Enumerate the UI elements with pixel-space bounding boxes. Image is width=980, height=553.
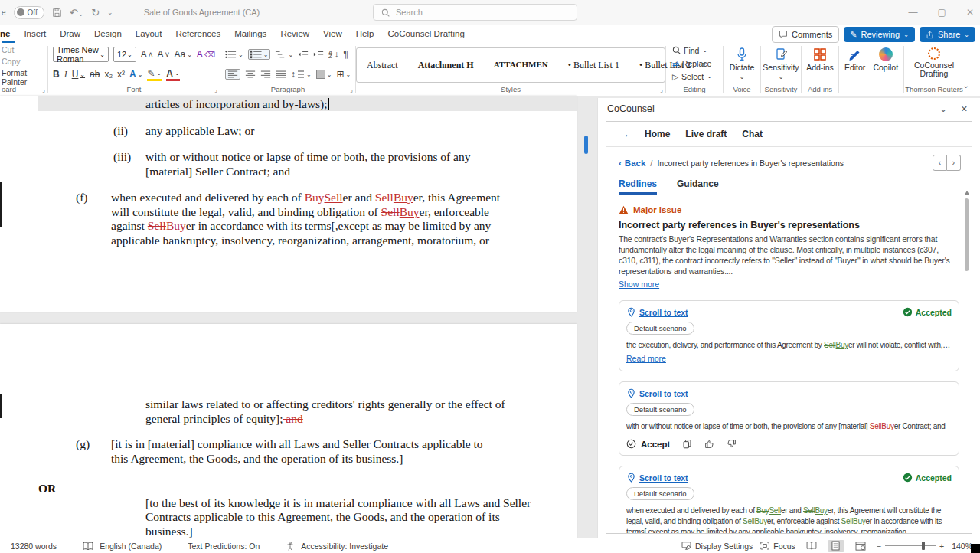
panel-scrollbar[interactable] [964, 191, 970, 530]
minimize-icon[interactable]: — [909, 7, 918, 18]
redo-icon[interactable]: ↻ [91, 7, 100, 18]
change-case-icon[interactable]: Aa⌄ [174, 49, 191, 60]
clipboard-dialog-launcher[interactable]: ⌟ [42, 87, 45, 93]
underline-button[interactable]: U⌄ [72, 69, 85, 80]
sort-icon[interactable]: AZ↓ [328, 49, 338, 60]
panel-nav-live-draft[interactable]: Live draft [685, 129, 727, 139]
panel-tab-guidance[interactable]: Guidance [677, 178, 719, 195]
zoom-slider[interactable]: − + [877, 542, 944, 551]
ribbon-tab-mailings[interactable]: Mailings [227, 25, 273, 43]
format-painter-button[interactable]: Format Painter [0, 66, 47, 87]
text-effects-icon[interactable]: A⌄ [129, 69, 142, 80]
zoom-in-icon[interactable]: + [939, 542, 944, 551]
cut-button[interactable]: Cut [0, 43, 47, 54]
save-icon[interactable] [52, 8, 62, 18]
ribbon-tab-cocounsel-drafting[interactable]: CoCounsel Drafting [381, 25, 471, 43]
highlight-color-icon[interactable]: ✎⌄ [147, 68, 162, 81]
subscript-button[interactable]: x₂ [104, 69, 113, 80]
language-status[interactable]: English (Canada) [100, 542, 162, 551]
undo-icon[interactable]: ↶⌄ [70, 7, 83, 18]
cocounsel-drafting-button[interactable]: CoCounsel Drafting [904, 43, 964, 78]
shrink-font-icon[interactable]: A˅ [158, 49, 170, 60]
multilevel-list-icon[interactable]: ⌄ [275, 50, 293, 59]
align-right-icon[interactable] [260, 70, 271, 79]
back-link[interactable]: ‹ Back [619, 159, 645, 168]
panel-tab-redlines[interactable]: Redlines [619, 178, 657, 195]
font-dialog-launcher[interactable]: ⌟ [214, 87, 217, 93]
restore-icon[interactable]: ▢ [938, 7, 946, 18]
ribbon-tab-design[interactable]: Design [87, 25, 129, 43]
collapse-ribbon-icon[interactable]: ⌄ [963, 81, 969, 90]
proofing-icon[interactable] [83, 542, 93, 551]
ribbon-tab-references[interactable]: References [168, 25, 227, 43]
panel-collapse-handle[interactable] [584, 136, 588, 154]
autosave-toggle[interactable]: Off [14, 6, 44, 19]
replace-button[interactable]: ⇄ Replace [672, 57, 723, 69]
select-button[interactable]: ▷ Select⌄ [672, 70, 723, 82]
prev-issue-button[interactable]: ‹ [933, 155, 947, 171]
share-button[interactable]: Share⌄ [920, 27, 975, 42]
qat-customize-icon[interactable]: ⌄ [107, 8, 113, 16]
read-mode-icon[interactable] [803, 540, 820, 552]
zoom-level[interactable]: 140% [952, 542, 972, 551]
styles-dialog-launcher[interactable]: ⌟ [660, 87, 663, 93]
shading-icon[interactable]: ⌄ [316, 70, 332, 79]
search-input[interactable]: Search [373, 4, 577, 21]
sensitivity-button[interactable]: Sensitivity⌄ [761, 43, 801, 80]
font-size-select[interactable]: 12⌄ [113, 47, 136, 62]
pilcrow-icon[interactable]: ¶ [343, 49, 348, 60]
reviewing-button[interactable]: ✎ Reviewing⌄ [844, 27, 915, 42]
scrollbar-thumb[interactable] [965, 198, 969, 271]
paragraph-dialog-launcher[interactable]: ⌟ [350, 87, 353, 93]
read-more-link[interactable]: Read more [626, 354, 666, 363]
editor-button[interactable]: Editor [844, 43, 865, 72]
scroll-up-icon[interactable] [965, 191, 969, 195]
justify-icon[interactable] [276, 70, 286, 79]
scroll-to-text-link[interactable]: Scroll to text [626, 388, 688, 398]
copilot-button[interactable]: Copilot [873, 43, 898, 72]
align-left-icon[interactable] [225, 69, 240, 80]
font-name-select[interactable]: Times New Roman⌄ [53, 47, 109, 62]
panel-close-icon[interactable]: ✕ [961, 104, 968, 114]
bullets-icon[interactable]: ⌄ [225, 50, 243, 59]
decrease-indent-icon[interactable] [298, 50, 309, 59]
scroll-to-text-link[interactable]: Scroll to text [626, 473, 688, 483]
ribbon-tab-view[interactable]: View [316, 25, 349, 43]
print-layout-icon[interactable] [828, 540, 844, 552]
panel-collapse-icon[interactable]: ⌄ [940, 104, 947, 114]
thumbs-down-icon[interactable] [727, 439, 737, 449]
focus-button[interactable]: Focus [760, 542, 795, 551]
copy-icon[interactable] [682, 439, 692, 449]
display-settings-button[interactable]: Display Settings [681, 542, 753, 551]
superscript-button[interactable]: x² [117, 69, 125, 80]
comments-button[interactable]: Comments [772, 26, 839, 43]
ribbon-tab-insert[interactable]: Insert [17, 25, 53, 43]
ribbon-tab-review[interactable]: Review [273, 25, 316, 43]
ribbon-tab-help[interactable]: Help [349, 25, 381, 43]
font-color-icon[interactable]: A⌄ [166, 68, 179, 81]
strikethrough-button[interactable]: ab [90, 69, 100, 80]
accessibility-status[interactable]: Accessibility: Investigate [301, 542, 388, 551]
ribbon-tab-draw[interactable]: Draw [53, 25, 87, 43]
panel-nav-chat[interactable]: Chat [742, 129, 763, 139]
dictate-button[interactable]: Dictate⌄ [724, 43, 760, 80]
panel-expand-icon[interactable]: → [619, 129, 629, 139]
panel-nav-home[interactable]: Home [645, 129, 670, 139]
increase-indent-icon[interactable] [313, 50, 324, 59]
style-attachment-h[interactable]: Attachment H [408, 60, 484, 71]
align-center-icon[interactable] [245, 70, 256, 79]
ribbon-tab-ne[interactable]: ne [0, 25, 17, 43]
clear-formatting-icon[interactable]: A⌫ [197, 49, 215, 60]
grow-font-icon[interactable]: A˄ [141, 49, 153, 60]
italic-button[interactable]: I [64, 69, 67, 80]
numbering-icon[interactable]: ⌄ [248, 49, 271, 60]
thumbs-up-icon[interactable] [704, 439, 714, 449]
next-issue-button[interactable]: › [947, 155, 961, 171]
scroll-to-text-link[interactable]: Scroll to text [626, 307, 688, 317]
show-more-link[interactable]: Show more [619, 280, 659, 289]
zoom-out-icon[interactable]: − [877, 542, 881, 551]
word-count[interactable]: 13280 words [11, 542, 57, 551]
style-attachmen[interactable]: ATTACHMEN [484, 60, 558, 71]
addins-button[interactable]: Add-ins [802, 43, 838, 72]
close-icon[interactable]: ✕ [966, 7, 974, 18]
